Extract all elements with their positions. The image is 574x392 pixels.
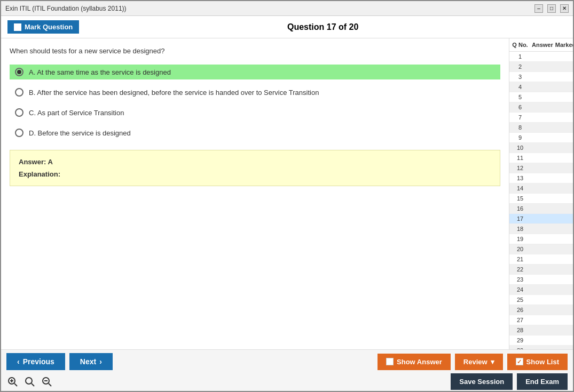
- sidebar-cell-marked: [552, 154, 573, 162]
- sidebar-row[interactable]: 12: [509, 163, 573, 173]
- option-d[interactable]: D. Before the service is designed: [10, 125, 500, 140]
- sidebar-header: Q No. Answer Marked: [509, 38, 573, 52]
- sidebar-cell-num: 22: [509, 266, 531, 273]
- sidebar-row[interactable]: 10: [509, 143, 573, 153]
- zoom-out-button[interactable]: [41, 375, 53, 388]
- sidebar-cell-answer: [531, 83, 552, 91]
- previous-button[interactable]: ‹ Previous: [6, 353, 65, 370]
- minimize-button[interactable]: –: [534, 4, 543, 13]
- sidebar-cell-answer: [531, 174, 552, 182]
- sidebar-cell-num: 14: [509, 185, 531, 192]
- sidebar-cell-marked: [552, 93, 573, 101]
- sidebar-row[interactable]: 8: [509, 123, 573, 133]
- sidebar-cell-num: 1: [509, 53, 531, 60]
- question-panel: When should tests for a new service be d…: [1, 38, 509, 349]
- sidebar-row[interactable]: 17: [509, 214, 573, 224]
- sidebar-cell-answer: [531, 93, 552, 101]
- sidebar-cell-marked: [552, 225, 573, 233]
- sidebar-row[interactable]: 3: [509, 72, 573, 82]
- sidebar-row[interactable]: 30: [509, 346, 573, 349]
- sidebar-row[interactable]: 22: [509, 265, 573, 275]
- bottom-actions-row: Save Session End Exam: [6, 373, 568, 390]
- sidebar-cell-marked: [552, 134, 573, 141]
- review-button[interactable]: Review ▾: [455, 354, 503, 370]
- toolbar: ■ Mark Question Question 17 of 20: [1, 16, 573, 38]
- sidebar-row[interactable]: 13: [509, 173, 573, 183]
- sidebar-cell-marked: [552, 144, 573, 151]
- sidebar-cell-num: 26: [509, 306, 531, 314]
- sidebar-cell-num: 12: [509, 164, 531, 172]
- answer-line: Answer: A: [19, 158, 491, 166]
- maximize-button[interactable]: □: [547, 4, 556, 13]
- sidebar-cell-marked: [552, 266, 573, 273]
- end-exam-button[interactable]: End Exam: [517, 373, 568, 390]
- sidebar-row[interactable]: 23: [509, 275, 573, 285]
- show-list-button[interactable]: ✓ Show List: [507, 354, 568, 370]
- sidebar-row[interactable]: 28: [509, 325, 573, 335]
- sidebar-cell-answer: [531, 306, 552, 314]
- sidebar-row[interactable]: 18: [509, 224, 573, 234]
- sidebar-row[interactable]: 25: [509, 295, 573, 305]
- radio-d: [15, 129, 23, 137]
- sidebar-cell-answer: [531, 296, 552, 303]
- zoom-in-button[interactable]: [6, 375, 19, 388]
- sidebar-header-qno: Q No.: [509, 41, 531, 49]
- sidebar-row[interactable]: 11: [509, 153, 573, 163]
- show-answer-button[interactable]: Show Answer: [378, 354, 451, 370]
- mark-question-button[interactable]: ■ Mark Question: [7, 20, 79, 34]
- option-a-text: A. At the same time as the service is de…: [29, 68, 171, 76]
- option-a[interactable]: A. At the same time as the service is de…: [10, 65, 500, 79]
- sidebar-cell-marked: [552, 83, 573, 91]
- sidebar-row[interactable]: 20: [509, 244, 573, 254]
- sidebar-cell-num: 16: [509, 205, 531, 212]
- save-session-button[interactable]: Save Session: [451, 373, 513, 390]
- sidebar-cell-answer: [531, 53, 552, 60]
- sidebar-cell-num: 25: [509, 296, 531, 303]
- sidebar-row[interactable]: 6: [509, 102, 573, 113]
- sidebar-list[interactable]: 1 2 3 4 5 6 7 8 9 10 11: [509, 52, 573, 349]
- sidebar-cell-num: 5: [509, 93, 531, 101]
- radio-c: [15, 108, 23, 117]
- sidebar-row[interactable]: 21: [509, 254, 573, 265]
- sidebar-row[interactable]: 4: [509, 82, 573, 92]
- sidebar-row[interactable]: 14: [509, 183, 573, 194]
- sidebar-cell-num: 6: [509, 103, 531, 111]
- sidebar-row[interactable]: 27: [509, 315, 573, 325]
- sidebar-row[interactable]: 24: [509, 285, 573, 295]
- zoom-controls: [6, 374, 53, 389]
- sidebar-row[interactable]: 16: [509, 204, 573, 214]
- mark-checkbox-icon: ■: [14, 23, 21, 31]
- sidebar-cell-answer: [531, 215, 552, 222]
- svg-point-4: [26, 378, 32, 384]
- sidebar-cell-answer: [531, 114, 552, 121]
- svg-line-7: [49, 383, 51, 386]
- sidebar-cell-marked: [552, 276, 573, 283]
- zoom-reset-button[interactable]: [23, 375, 36, 388]
- sidebar-cell-answer: [531, 63, 552, 70]
- option-d-text: D. Before the service is designed: [29, 129, 131, 137]
- sidebar-row[interactable]: 5: [509, 92, 573, 102]
- close-button[interactable]: ✕: [560, 4, 569, 13]
- sidebar-cell-answer: [531, 266, 552, 273]
- sidebar-cell-num: 13: [509, 174, 531, 182]
- review-label: Review: [463, 358, 487, 366]
- sidebar-row[interactable]: 29: [509, 335, 573, 346]
- bottom-bar: ‹ Previous Next › Show Answer Review ▾ ✓…: [1, 349, 573, 392]
- option-c[interactable]: C. As part of Service Transition: [10, 105, 500, 120]
- show-list-label: Show List: [526, 358, 559, 366]
- option-b[interactable]: B. After the service has been designed, …: [10, 85, 500, 100]
- sidebar-cell-answer: [531, 205, 552, 212]
- sidebar-cell-marked: [552, 306, 573, 314]
- next-button[interactable]: Next ›: [69, 353, 113, 370]
- sidebar-cell-answer: [531, 164, 552, 172]
- sidebar-row[interactable]: 1: [509, 52, 573, 62]
- sidebar-row[interactable]: 2: [509, 62, 573, 72]
- sidebar-row[interactable]: 7: [509, 113, 573, 123]
- sidebar-row[interactable]: 15: [509, 194, 573, 204]
- sidebar-row[interactable]: 19: [509, 234, 573, 244]
- sidebar-cell-marked: [552, 326, 573, 334]
- sidebar-row[interactable]: 26: [509, 305, 573, 315]
- sidebar-row[interactable]: 9: [509, 133, 573, 143]
- show-answer-checkbox-icon: [386, 358, 394, 365]
- sidebar-cell-answer: [531, 337, 552, 344]
